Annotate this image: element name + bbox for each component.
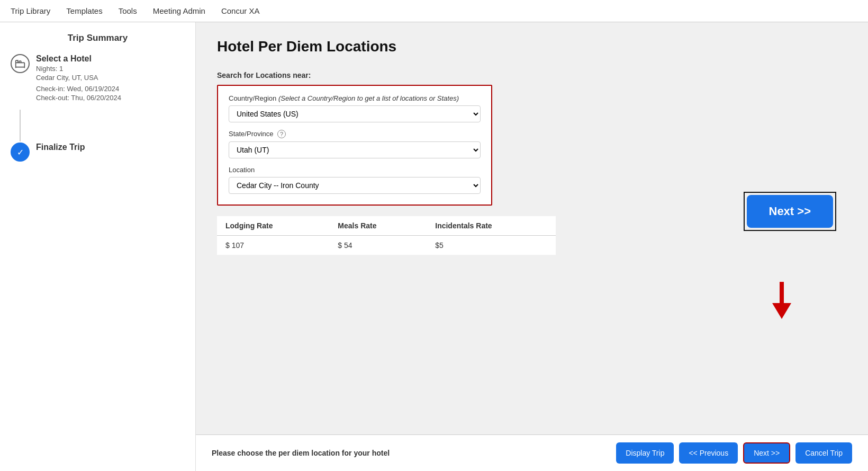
lodging-rate-value: $ 107: [217, 236, 329, 255]
sidebar: Trip Summary Select a Hotel Nights: 1 Ce…: [0, 22, 196, 471]
country-hint: (Select a Country/Region to get a list o…: [278, 94, 459, 102]
incidentals-rate-value: $5: [427, 236, 556, 255]
country-select[interactable]: United States (US) Canada United Kingdom…: [229, 105, 481, 122]
next-button[interactable]: Next >>: [743, 442, 790, 464]
sidebar-step-finalize-trip: ✓ Finalize Trip: [11, 143, 185, 162]
next-big-button[interactable]: Next >>: [747, 195, 834, 228]
select-hotel-content: Select a Hotel Nights: 1 Cedar City, UT,…: [36, 54, 121, 102]
nav-tools[interactable]: Tools: [119, 6, 137, 15]
state-field-group: State/Province ? Utah (UT) California (C…: [229, 130, 481, 158]
checkin-detail: Check-in: Wed, 06/19/2024: [36, 85, 121, 93]
next-big-outer-border: Next >>: [744, 192, 837, 231]
bottom-message: Please choose the per diem location for …: [212, 449, 390, 457]
lodging-rate-header: Lodging Rate: [217, 216, 329, 236]
country-field-group: Country/Region (Select a Country/Region …: [229, 94, 481, 122]
next-big-container: Next >>: [744, 192, 837, 231]
content-area: Hotel Per Diem Locations Search for Loca…: [196, 22, 868, 471]
table-row: $ 107 $ 54 $5: [217, 236, 556, 255]
finalize-trip-content: Finalize Trip: [36, 143, 85, 152]
location-box: Country/Region (Select a Country/Region …: [217, 85, 492, 206]
finalize-step-icon: ✓: [11, 143, 30, 162]
search-section: Search for Locations near: Country/Regio…: [217, 71, 847, 206]
bottom-bar: Please choose the per diem location for …: [196, 434, 868, 471]
state-label: State/Province ?: [229, 130, 481, 138]
nights-detail: Nights: 1: [36, 65, 121, 73]
top-navigation: Trip Library Templates Tools Meeting Adm…: [0, 0, 868, 22]
rates-table: Lodging Rate Meals Rate Incidentals Rate…: [217, 216, 556, 255]
select-hotel-label: Select a Hotel: [36, 54, 121, 64]
step-connector: [20, 110, 21, 141]
hotel-step-icon: [11, 54, 30, 73]
arrow-indicator: [772, 282, 791, 319]
page-title: Hotel Per Diem Locations: [217, 38, 847, 55]
sidebar-title: Trip Summary: [11, 33, 185, 43]
location-select[interactable]: Cedar City -- Iron County Salt Lake City…: [229, 177, 481, 194]
location-detail: Cedar City, UT, USA: [36, 74, 121, 82]
state-help-icon[interactable]: ?: [277, 130, 286, 138]
location-label: Location: [229, 166, 481, 174]
meals-rate-header: Meals Rate: [329, 216, 427, 236]
nav-trip-library[interactable]: Trip Library: [11, 6, 50, 15]
finalize-trip-label: Finalize Trip: [36, 143, 85, 152]
checkout-detail: Check-out: Thu, 06/20/2024: [36, 94, 121, 102]
nav-concur-xa[interactable]: Concur XA: [221, 6, 260, 15]
arrow-head: [772, 303, 791, 319]
svg-rect-0: [16, 63, 25, 67]
nav-meeting-admin[interactable]: Meeting Admin: [153, 6, 205, 15]
meals-rate-value: $ 54: [329, 236, 427, 255]
cancel-trip-button[interactable]: Cancel Trip: [795, 442, 852, 464]
nav-templates[interactable]: Templates: [66, 6, 102, 15]
state-select[interactable]: Utah (UT) California (CA) Texas (TX) New…: [229, 141, 481, 158]
search-label: Search for Locations near:: [217, 71, 847, 79]
bottom-buttons: Display Trip << Previous Next >> Cancel …: [616, 442, 852, 464]
location-field-group: Location Cedar City -- Iron County Salt …: [229, 166, 481, 194]
previous-button[interactable]: << Previous: [679, 442, 738, 464]
main-layout: Trip Summary Select a Hotel Nights: 1 Ce…: [0, 22, 868, 471]
sidebar-step-select-hotel: Select a Hotel Nights: 1 Cedar City, UT,…: [11, 54, 185, 102]
arrow-stem: [780, 282, 784, 303]
display-trip-button[interactable]: Display Trip: [616, 442, 674, 464]
incidentals-rate-header: Incidentals Rate: [427, 216, 556, 236]
country-label: Country/Region (Select a Country/Region …: [229, 94, 481, 102]
